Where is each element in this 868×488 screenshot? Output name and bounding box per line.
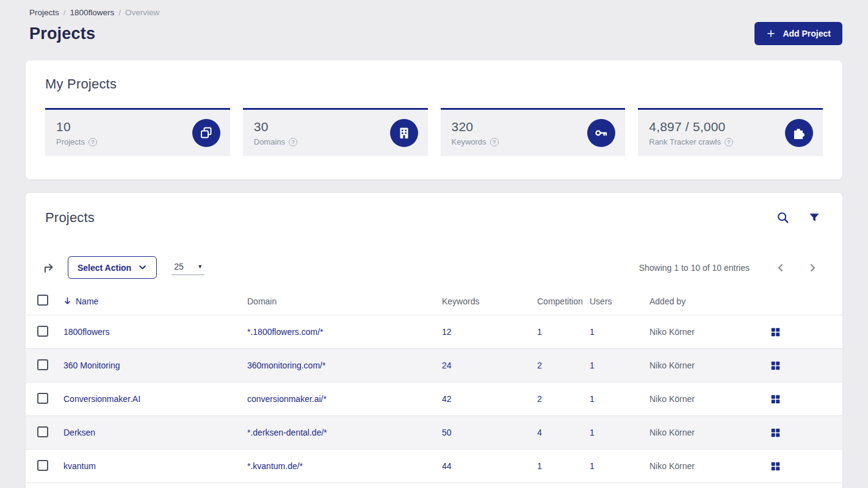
page-size-value: 25 [174, 262, 184, 271]
competition-count[interactable]: 2 [537, 361, 590, 370]
breadcrumb-item-projects[interactable]: Projects [29, 8, 59, 17]
table-row: kvantum *.kvantum.de/* 44 1 1 Niko Körne… [26, 450, 842, 483]
stat-tiles: 10 Projects 30 Domains [45, 108, 823, 156]
column-header-keywords[interactable]: Keywords [442, 296, 537, 306]
puzzle-icon [785, 119, 813, 147]
column-header-name[interactable]: Name [63, 296, 247, 306]
copy-icon [192, 119, 220, 147]
dashboard-grid-icon[interactable] [771, 462, 842, 471]
competition-count[interactable]: 1 [537, 461, 590, 471]
caret-down-icon: ▼ [197, 264, 203, 270]
export-arrow-icon[interactable] [42, 261, 56, 274]
add-project-button[interactable]: Add Project [754, 22, 842, 45]
dashboard-grid-icon[interactable] [771, 428, 842, 437]
row-checkbox[interactable] [37, 326, 48, 337]
project-domain-link[interactable]: *.1800flowers.com/* [247, 327, 442, 337]
select-all-checkbox[interactable] [37, 295, 48, 306]
page-size-select[interactable]: 25 ▼ [172, 260, 204, 275]
users-count[interactable]: 1 [590, 428, 649, 437]
added-by: Niko Körner [649, 394, 771, 404]
row-checkbox[interactable] [37, 426, 48, 437]
stat-label-projects: Projects [56, 137, 85, 146]
my-projects-card: My Projects 10 Projects 30 Doma [25, 60, 843, 180]
column-header-users[interactable]: Users [590, 296, 649, 306]
column-header-name-label: Name [76, 296, 98, 306]
keywords-count[interactable]: 24 [442, 361, 537, 370]
column-header-domain[interactable]: Domain [247, 296, 442, 306]
projects-table-card: Projects Select Action [25, 192, 843, 488]
project-name-link[interactable]: kvantum [63, 461, 247, 471]
project-name-link[interactable]: 1800flowers [63, 327, 247, 337]
project-domain-link[interactable]: 360monitoring.com/* [247, 361, 442, 370]
users-count[interactable]: 1 [590, 361, 649, 370]
dashboard-grid-icon[interactable] [771, 328, 842, 337]
column-header-added-by[interactable]: Added by [649, 296, 771, 306]
competition-count[interactable]: 4 [537, 428, 590, 437]
added-by: Niko Körner [649, 361, 771, 370]
competition-count[interactable]: 1 [537, 327, 590, 337]
keywords-count[interactable]: 42 [442, 394, 537, 404]
keywords-count[interactable]: 44 [442, 461, 537, 471]
added-by: Niko Körner [649, 461, 771, 471]
breadcrumb-separator: / [118, 8, 121, 17]
help-icon[interactable] [725, 138, 733, 146]
select-action-label: Select Action [78, 263, 131, 273]
top-bar: Projects / 1800flowers / Overview Projec… [0, 0, 868, 45]
added-by: Niko Körner [649, 327, 771, 337]
plus-icon [766, 29, 776, 38]
chevron-down-icon [138, 263, 147, 272]
search-icon[interactable] [776, 211, 790, 224]
table-row: 360 Monitoring 360monitoring.com/* 24 2 … [26, 349, 842, 382]
help-icon[interactable] [289, 138, 297, 146]
select-action-button[interactable]: Select Action [68, 256, 157, 279]
column-header-competition[interactable]: Competition [537, 296, 590, 306]
competition-count[interactable]: 2 [537, 394, 590, 404]
pagination-summary: Showing 1 to 10 of 10 entries [639, 263, 750, 273]
stat-tile-domains: 30 Domains [243, 108, 428, 156]
project-name-link[interactable]: Derksen [63, 428, 247, 437]
stat-label-keywords: Keywords [452, 137, 486, 146]
users-count[interactable]: 1 [590, 394, 649, 404]
row-checkbox[interactable] [37, 393, 48, 404]
key-icon [587, 119, 615, 147]
page-title: Projects [29, 24, 95, 43]
table-row: 1800flowers *.1800flowers.com/* 12 1 1 N… [26, 315, 842, 349]
project-name-link[interactable]: Conversionmaker.AI [63, 394, 247, 404]
projects-card-title: Projects [45, 210, 95, 226]
filter-icon[interactable] [808, 212, 820, 224]
breadcrumb-item-1800flowers[interactable]: 1800flowers [70, 8, 115, 17]
dashboard-grid-icon[interactable] [771, 395, 842, 404]
project-domain-link[interactable]: *.kvantum.de/* [247, 461, 442, 471]
project-name-link[interactable]: 360 Monitoring [63, 361, 247, 370]
my-projects-title: My Projects [45, 76, 823, 92]
table-header-row: Name Domain Keywords Competition Users A… [26, 287, 842, 315]
row-checkbox[interactable] [37, 359, 48, 370]
users-count[interactable]: 1 [590, 461, 649, 471]
stat-tile-keywords: 320 Keywords [441, 108, 626, 156]
stat-value-keywords: 320 [452, 120, 499, 134]
building-icon [390, 119, 418, 147]
stat-tile-projects: 10 Projects [45, 108, 230, 156]
row-checkbox[interactable] [37, 460, 48, 471]
prev-page-icon[interactable] [775, 262, 786, 273]
breadcrumb: Projects / 1800flowers / Overview [29, 8, 842, 17]
project-domain-link[interactable]: *.derksen-dental.de/* [247, 428, 442, 437]
table-toolbar: Select Action 25 ▼ Showing 1 to 10 of 10… [26, 256, 842, 279]
project-domain-link[interactable]: conversionmaker.ai/* [247, 394, 442, 404]
stat-label-crawls: Rank Tracker crawls [649, 137, 721, 146]
help-icon[interactable] [89, 138, 97, 146]
stat-value-crawls: 4,897 / 5,000 [649, 120, 733, 134]
keywords-count[interactable]: 12 [442, 327, 537, 337]
next-page-icon[interactable] [807, 262, 818, 273]
help-icon[interactable] [490, 138, 499, 146]
add-project-label: Add Project [783, 29, 831, 38]
stat-value-domains: 30 [254, 120, 297, 134]
breadcrumb-separator: / [63, 8, 66, 17]
keywords-count[interactable]: 50 [442, 428, 537, 437]
breadcrumb-item-overview: Overview [125, 8, 159, 17]
projects-table: Name Domain Keywords Competition Users A… [26, 287, 842, 483]
stat-tile-crawls: 4,897 / 5,000 Rank Tracker crawls [638, 108, 823, 156]
dashboard-grid-icon[interactable] [771, 361, 842, 370]
users-count[interactable]: 1 [590, 327, 649, 337]
stat-value-projects: 10 [56, 120, 97, 134]
